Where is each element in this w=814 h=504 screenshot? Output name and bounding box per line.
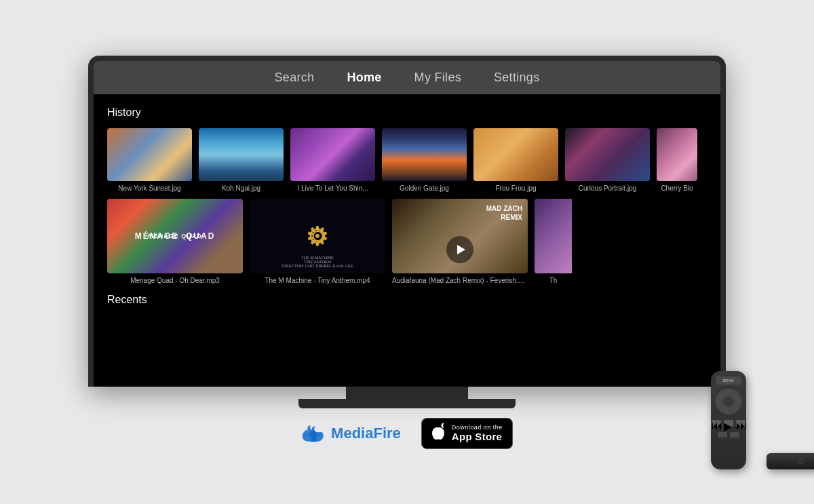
remote-vol-down[interactable]	[718, 432, 727, 438]
mediafire-text: MediaFire	[331, 425, 401, 442]
thumbnail-cherry	[657, 128, 697, 181]
appstore-line1: Download on the	[452, 424, 503, 431]
thumbnail-koh	[199, 128, 284, 181]
list-item[interactable]: Golden Gate.jpg	[382, 128, 467, 192]
history-row2: MÉNAGE QUAD Menage Quad - Oh Dear.mp3 ⚙ …	[107, 199, 707, 284]
history-row1: New York Sunset.jpg Koh Ngai.jpg I Live …	[107, 128, 707, 192]
remote-media-buttons: ⏮ ▶ ⏭	[712, 420, 745, 427]
remote-back-button[interactable]: ⏮	[712, 420, 721, 427]
nav-home[interactable]: Home	[347, 71, 381, 85]
thumbnail-menage: MÉNAGE QUAD	[107, 199, 243, 273]
mediafire-icon	[301, 424, 326, 443]
thumb-label-koh: Koh Ngai.jpg	[222, 185, 260, 192]
thumbnail-partial	[535, 199, 572, 273]
tv-frame: Search Home My Files Settings History Ne…	[88, 56, 726, 387]
thumbnail-nyc	[107, 128, 192, 181]
remote-center-button[interactable]	[723, 396, 734, 407]
content-area: History New York Sunset.jpg Koh Ngai.jpg…	[94, 94, 720, 387]
remote-trackpad[interactable]	[716, 389, 741, 414]
apple-icon	[431, 423, 446, 444]
appstore-badge[interactable]: Download on the App Store	[421, 418, 513, 449]
thumb-label-frou: Frou Frou.jpg	[495, 185, 536, 192]
thumbnail-ferris	[290, 128, 375, 181]
nav-myfiles[interactable]: My Files	[414, 71, 461, 85]
list-item[interactable]: Koh Ngai.jpg	[199, 128, 284, 192]
list-item[interactable]: I Live To Let You Shin...	[290, 128, 375, 192]
remote-menu-button[interactable]: MENU	[716, 376, 741, 385]
apple-tv-box	[767, 453, 814, 469]
list-item[interactable]: MAD ZACHREMIX Audiafauna (Mad Zach Remix…	[392, 199, 528, 284]
thumb-label-ferris: I Live To Let You Shin...	[297, 185, 368, 192]
tv-stand-neck	[346, 387, 468, 399]
thumb-label-nyc: New York Sunset.jpg	[118, 185, 180, 192]
thumbnail-gate	[382, 128, 467, 181]
list-item[interactable]: Curious Portrait.jpg	[565, 128, 650, 192]
thumb-label-cherry: Cherry Blo	[661, 185, 693, 192]
remote-vol-up[interactable]	[730, 432, 739, 438]
mediafire-logo: MediaFire	[301, 424, 401, 443]
list-item[interactable]: New York Sunset.jpg	[107, 128, 192, 192]
nav-settings[interactable]: Settings	[494, 71, 539, 85]
thumb-label-gate: Golden Gate.jpg	[400, 185, 449, 192]
tv-stand-base	[298, 399, 516, 408]
appstore-line2: App Store	[452, 431, 503, 442]
apple-tv-remote: MENU ⏮ ▶ ⏭	[711, 371, 746, 469]
list-item[interactable]: MÉNAGE QUAD Menage Quad - Oh Dear.mp3	[107, 199, 243, 284]
thumbnail-portrait	[565, 128, 650, 181]
thumbnail-audiafauna: MAD ZACHREMIX	[392, 199, 528, 273]
thumb-label-audiafauna: Audiafauna (Mad Zach Remix) - Feverish.m…	[392, 277, 528, 284]
list-item[interactable]: Frou Frou.jpg	[473, 128, 558, 192]
list-item[interactable]: Th	[535, 199, 572, 284]
history-title: History	[107, 106, 707, 119]
nav-bar: Search Home My Files Settings	[94, 61, 720, 94]
list-item[interactable]: Cherry Blo	[657, 128, 697, 192]
recents-title: Recents	[107, 294, 707, 306]
remote-forward-button[interactable]: ⏭	[736, 420, 745, 427]
tv-screen: Search Home My Files Settings History Ne…	[94, 61, 720, 387]
thumbnail-frou	[473, 128, 558, 181]
appstore-text: Download on the App Store	[452, 424, 503, 442]
nav-search[interactable]: Search	[275, 71, 315, 85]
thumb-label-mmachine: The M Machine - Tiny Anthem.mp4	[265, 277, 370, 284]
list-item[interactable]: ⚙ THE M MACHINETINY ANTHEMDIRECTOR: CHIT…	[250, 199, 385, 284]
remote-play-button[interactable]: ▶	[724, 420, 733, 427]
thumb-label-menage: Menage Quad - Oh Dear.mp3	[130, 277, 220, 284]
bottom-area: MediaFire Download on the App Store MENU	[88, 418, 726, 449]
thumb-label-portrait: Curious Portrait.jpg	[579, 185, 637, 192]
thumbnail-mmachine: ⚙ THE M MACHINETINY ANTHEMDIRECTOR: CHIT…	[250, 199, 385, 273]
thumb-label-partial: Th	[549, 277, 558, 284]
